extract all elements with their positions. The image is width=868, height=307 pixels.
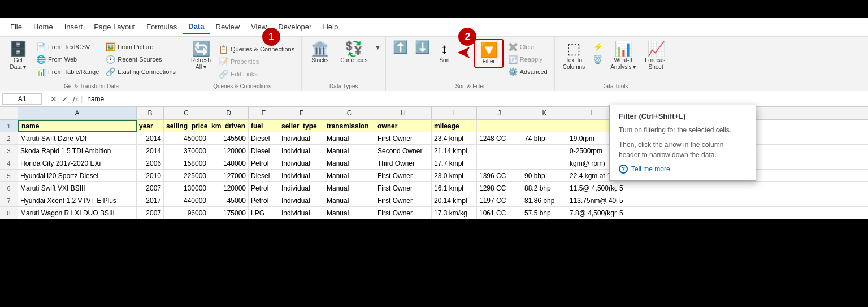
cell-c1[interactable]: selling_price bbox=[164, 120, 209, 132]
table-cell[interactable]: 2007 bbox=[137, 182, 164, 194]
table-cell[interactable]: 158000 bbox=[164, 157, 209, 169]
table-cell[interactable]: 45000 bbox=[209, 194, 249, 206]
table-cell[interactable]: Individual bbox=[279, 207, 324, 219]
table-cell[interactable]: Petrol bbox=[249, 194, 279, 206]
text-to-columns-button[interactable]: ⬚ Text toColumns bbox=[559, 39, 588, 73]
existing-connections-button[interactable]: 🔗 Existing Connections bbox=[103, 66, 178, 77]
table-cell[interactable]: Diesel bbox=[249, 170, 279, 181]
col-header-j[interactable]: J bbox=[477, 107, 522, 119]
table-cell[interactable]: 1197 CC bbox=[477, 194, 522, 206]
cell-h1[interactable]: owner bbox=[375, 120, 432, 132]
table-cell[interactable]: 440000 bbox=[164, 194, 209, 206]
table-cell[interactable]: 1248 CC bbox=[477, 132, 522, 144]
filter-button[interactable]: 🔽 Filter bbox=[474, 39, 504, 68]
what-if-button[interactable]: 📊 What-IfAnalysis ▾ bbox=[607, 39, 639, 73]
table-cell[interactable]: 1396 CC bbox=[477, 170, 522, 181]
data-type-expand-button[interactable]: ▼ bbox=[375, 39, 381, 51]
confirm-formula-icon[interactable]: ✓ bbox=[59, 94, 71, 103]
menu-item-data[interactable]: Data bbox=[183, 20, 210, 34]
table-cell[interactable]: 11.5@ 4,500(kgm@ rpm) bbox=[567, 182, 617, 194]
from-text-csv-button[interactable]: 📄 From Text/CSV bbox=[34, 41, 101, 53]
table-cell[interactable]: 450000 bbox=[164, 132, 209, 144]
table-cell[interactable]: First Owner bbox=[375, 170, 432, 181]
table-cell[interactable]: 17.3 km/kg bbox=[432, 207, 477, 219]
cell-f1[interactable]: seller_type bbox=[279, 120, 324, 132]
table-cell[interactable]: First Owner bbox=[375, 182, 432, 194]
table-cell[interactable]: Individual bbox=[279, 170, 324, 181]
reapply-button[interactable]: 🔃 Reapply bbox=[506, 54, 550, 65]
menu-item-insert[interactable]: Insert bbox=[59, 20, 89, 33]
cell-g1[interactable]: transmission bbox=[324, 120, 375, 132]
table-cell[interactable]: 2017 bbox=[137, 194, 164, 206]
col-header-e[interactable]: E bbox=[249, 107, 279, 119]
remove-dups-button[interactable]: 🗑️ bbox=[591, 54, 605, 65]
table-cell[interactable]: 140000 bbox=[209, 157, 249, 169]
table-cell[interactable]: Individual bbox=[279, 182, 324, 194]
clear-button[interactable]: ✖️ Clear bbox=[506, 41, 550, 53]
table-cell[interactable]: 130000 bbox=[164, 182, 209, 194]
table-cell[interactable]: Manual bbox=[324, 132, 375, 144]
cell-i1[interactable]: mileage bbox=[432, 120, 477, 132]
table-cell[interactable]: 74 bhp bbox=[522, 132, 567, 144]
table-cell[interactable]: 127000 bbox=[209, 170, 249, 181]
menu-item-review[interactable]: Review bbox=[210, 20, 246, 33]
table-cell[interactable]: 21.14 kmpl bbox=[432, 145, 477, 157]
table-cell[interactable]: 120000 bbox=[209, 145, 249, 157]
queries-connections-button[interactable]: 📋 Queries & Connections bbox=[216, 44, 297, 55]
flash-fill-button[interactable]: ⚡ bbox=[591, 41, 605, 53]
col-header-k[interactable]: K bbox=[522, 107, 567, 119]
col-header-f[interactable]: F bbox=[279, 107, 324, 119]
table-cell[interactable]: 1298 CC bbox=[477, 182, 522, 194]
table-cell[interactable] bbox=[477, 157, 522, 169]
table-cell[interactable]: 1061 CC bbox=[477, 207, 522, 219]
table-cell[interactable]: 23.4 kmpl bbox=[432, 132, 477, 144]
table-cell[interactable]: 7.8@ 4,500(kgm@ rpm) bbox=[567, 207, 617, 219]
table-cell[interactable]: 20.14 kmpl bbox=[432, 194, 477, 206]
from-table-button[interactable]: 📊 From Table/Range bbox=[34, 66, 101, 77]
sort-za-button[interactable]: ⬇️ bbox=[413, 39, 432, 56]
col-header-d[interactable]: D bbox=[209, 107, 249, 119]
cell-k1[interactable] bbox=[522, 120, 567, 132]
table-cell[interactable]: Third Owner bbox=[375, 157, 432, 169]
properties-button[interactable]: 📝 Properties bbox=[216, 56, 297, 67]
table-cell[interactable]: 57.5 bhp bbox=[522, 207, 567, 219]
table-cell[interactable]: Hyundai i20 Sportz Diesel bbox=[18, 170, 137, 181]
stocks-button[interactable]: 🏛️ Stocks bbox=[306, 39, 333, 66]
recent-sources-button[interactable]: 🕐 Recent Sources bbox=[103, 54, 178, 65]
cell-e1[interactable]: fuel bbox=[249, 120, 279, 132]
table-cell[interactable]: Diesel bbox=[249, 145, 279, 157]
sort-button[interactable]: ↕️ Sort bbox=[435, 39, 454, 66]
edit-links-button[interactable]: 🔗 Edit Links bbox=[216, 68, 297, 80]
table-cell[interactable]: 113.75nm@ 4000rpm bbox=[567, 194, 617, 206]
table-cell[interactable]: Skoda Rapid 1.5 TDI Ambition bbox=[18, 145, 137, 157]
table-cell[interactable]: Individual bbox=[279, 157, 324, 169]
table-cell[interactable]: 2014 bbox=[137, 132, 164, 144]
table-cell[interactable]: 2014 bbox=[137, 145, 164, 157]
forecast-button[interactable]: 📈 ForecastSheet bbox=[641, 39, 670, 73]
table-cell[interactable]: 23.0 kmpl bbox=[432, 170, 477, 181]
refresh-all-button[interactable]: 🔄 RefreshAll ▾ bbox=[188, 39, 214, 73]
table-cell[interactable]: Manual bbox=[324, 194, 375, 206]
table-cell[interactable]: 5 bbox=[617, 194, 644, 206]
advanced-button[interactable]: ⚙️ Advanced bbox=[506, 66, 550, 77]
table-cell[interactable]: Honda City 2017-2020 EXi bbox=[18, 157, 137, 169]
table-cell[interactable] bbox=[477, 145, 522, 157]
menu-item-help[interactable]: Help bbox=[317, 20, 344, 33]
table-cell[interactable]: 88.2 bhp bbox=[522, 182, 567, 194]
col-header-g[interactable]: G bbox=[324, 107, 375, 119]
cancel-formula-icon[interactable]: ✕ bbox=[48, 94, 59, 103]
table-cell[interactable]: Petrol bbox=[249, 157, 279, 169]
table-cell[interactable]: First Owner bbox=[375, 194, 432, 206]
col-header-b[interactable]: B bbox=[137, 107, 164, 119]
table-cell[interactable]: Manual bbox=[324, 170, 375, 181]
cell-d1[interactable]: km_driven bbox=[209, 120, 249, 132]
table-cell[interactable]: Diesel bbox=[249, 132, 279, 144]
table-cell[interactable]: 81.86 bhp bbox=[522, 194, 567, 206]
table-cell[interactable]: 225000 bbox=[164, 170, 209, 181]
table-cell[interactable]: 370000 bbox=[164, 145, 209, 157]
cell-b1[interactable]: year bbox=[137, 120, 164, 132]
get-data-button[interactable]: 🗄️ GetData ▾ bbox=[5, 39, 32, 73]
table-cell[interactable] bbox=[522, 145, 567, 157]
from-web-button[interactable]: 🌐 From Web bbox=[34, 54, 101, 65]
table-cell[interactable]: 96000 bbox=[164, 207, 209, 219]
